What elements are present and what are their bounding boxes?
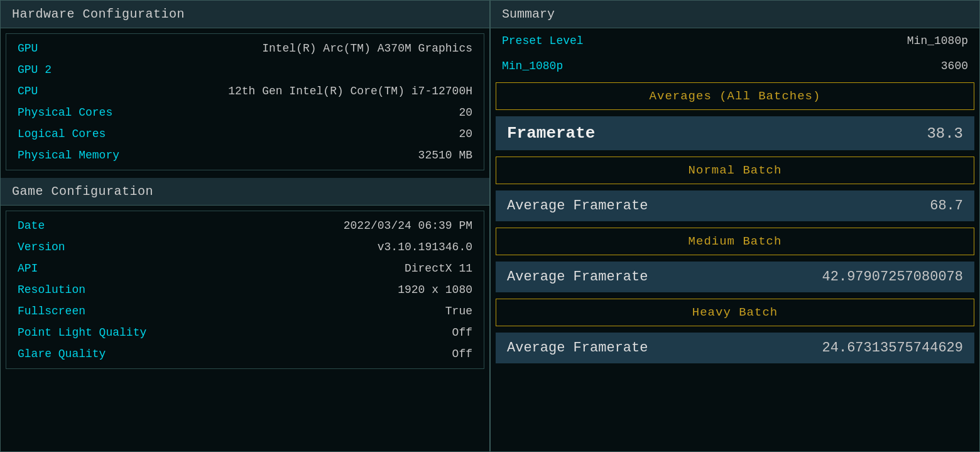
hardware-config-header: Hardware Configuration — [1, 1, 489, 28]
resolution-label: Resolution — [18, 284, 85, 296]
gpu2-row: GPU 2 — [6, 59, 484, 80]
fullscreen-label: Fullscreen — [18, 305, 85, 317]
cpu-label: CPU — [18, 85, 38, 97]
medium-avg-row: Average Framerate 42.97907257080078 — [496, 262, 974, 292]
normal-avg-label: Average Framerate — [507, 198, 648, 214]
heavy-avg-row: Average Framerate 24.67313575744629 — [496, 333, 974, 363]
preset-level-value: Min_1080p — [907, 35, 968, 47]
api-row: API DirectX 11 — [6, 258, 484, 279]
logical-cores-value: 20 — [459, 128, 472, 140]
right-panel: Summary Preset Level Min_1080p Min_1080p… — [490, 0, 980, 452]
gpu2-label: GPU 2 — [18, 63, 52, 76]
version-label: Version — [18, 241, 65, 253]
physical-memory-row: Physical Memory 32510 MB — [6, 145, 484, 166]
normal-batch-header: Normal Batch — [496, 157, 974, 184]
fullscreen-row: Fullscreen True — [6, 300, 484, 322]
left-panel: Hardware Configuration GPU Intel(R) Arc(… — [0, 0, 490, 452]
physical-cores-label: Physical Cores — [18, 106, 112, 119]
logical-cores-row: Logical Cores 20 — [6, 123, 484, 145]
glare-quality-label: Glare Quality — [18, 348, 106, 360]
medium-avg-label: Average Framerate — [507, 269, 648, 285]
physical-cores-value: 20 — [459, 106, 472, 119]
min-1080p-label: Min_1080p — [502, 60, 563, 72]
physical-memory-label: Physical Memory — [18, 149, 119, 162]
logical-cores-label: Logical Cores — [18, 128, 106, 140]
api-label: API — [18, 262, 38, 275]
heavy-avg-label: Average Framerate — [507, 340, 648, 356]
cpu-value: 12th Gen Intel(R) Core(TM) i7-12700H — [228, 85, 472, 97]
preset-level-label: Preset Level — [502, 35, 584, 47]
point-light-quality-label: Point Light Quality — [18, 326, 146, 339]
framerate-label: Framerate — [507, 124, 595, 143]
glare-quality-value: Off — [452, 348, 472, 360]
physical-memory-value: 32510 MB — [418, 149, 472, 162]
normal-avg-value: 68.7 — [930, 198, 963, 214]
heavy-batch-header: Heavy Batch — [496, 299, 974, 326]
summary-header: Summary — [491, 1, 979, 28]
preset-level-row: Preset Level Min_1080p — [491, 28, 979, 53]
point-light-quality-row: Point Light Quality Off — [6, 322, 484, 343]
min-1080p-value: 3600 — [941, 60, 968, 72]
version-row: Version v3.10.191346.0 — [6, 236, 484, 258]
hardware-section: GPU Intel(R) Arc(TM) A370M Graphics GPU … — [6, 33, 484, 170]
api-value: DirectX 11 — [405, 262, 472, 275]
game-section: Date 2022/03/24 06:39 PM Version v3.10.1… — [6, 211, 484, 369]
resolution-value: 1920 x 1080 — [398, 284, 472, 296]
medium-batch-header: Medium Batch — [496, 228, 974, 255]
gpu-value: Intel(R) Arc(TM) A370M Graphics — [262, 42, 472, 55]
min-1080p-row: Min_1080p 3600 — [491, 53, 979, 79]
normal-avg-row: Average Framerate 68.7 — [496, 190, 974, 221]
averages-all-batches-header: Averages (All Batches) — [496, 82, 974, 110]
gpu-row: GPU Intel(R) Arc(TM) A370M Graphics — [6, 38, 484, 59]
glare-quality-row: Glare Quality Off — [6, 343, 484, 365]
heavy-avg-value: 24.67313575744629 — [822, 340, 963, 356]
fullscreen-value: True — [445, 305, 472, 317]
date-label: Date — [18, 219, 45, 232]
cpu-row: CPU 12th Gen Intel(R) Core(TM) i7-12700H — [6, 80, 484, 102]
date-value: 2022/03/24 06:39 PM — [344, 219, 472, 232]
medium-avg-value: 42.97907257080078 — [822, 269, 963, 285]
framerate-value: 38.3 — [927, 125, 963, 142]
date-row: Date 2022/03/24 06:39 PM — [6, 215, 484, 236]
framerate-row: Framerate 38.3 — [496, 116, 974, 150]
physical-cores-row: Physical Cores 20 — [6, 102, 484, 123]
version-value: v3.10.191346.0 — [378, 241, 472, 253]
point-light-quality-value: Off — [452, 326, 472, 339]
gpu-label: GPU — [18, 42, 38, 55]
resolution-row: Resolution 1920 x 1080 — [6, 279, 484, 300]
game-config-header: Game Configuration — [1, 178, 489, 206]
